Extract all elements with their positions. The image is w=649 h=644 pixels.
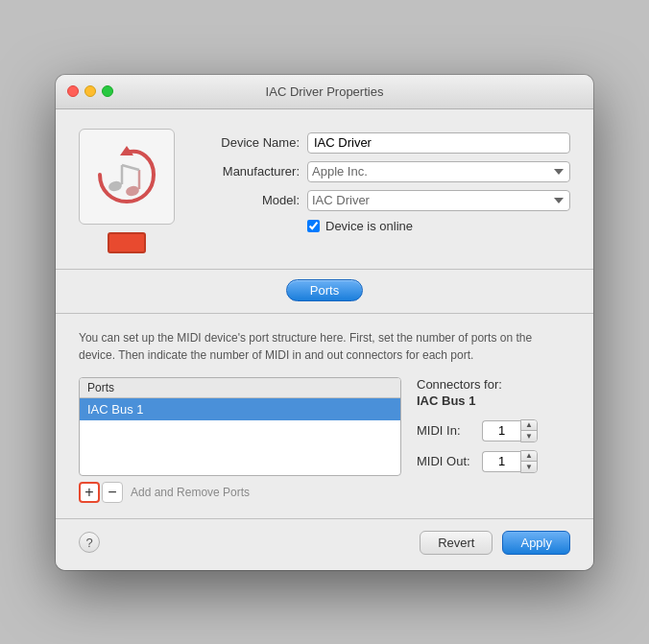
manufacturer-row: Manufacturer: Apple Inc. (194, 161, 570, 182)
device-icon-box (79, 129, 175, 225)
color-swatch[interactable] (108, 232, 146, 253)
svg-line-5 (122, 165, 139, 170)
svg-point-3 (125, 184, 140, 197)
ports-controls: + − Add and Remove Ports (79, 482, 401, 503)
device-name-row: Device Name: (194, 132, 570, 154)
music-icon (88, 138, 165, 215)
model-label: Model: (194, 193, 300, 207)
ports-list-header: Ports (80, 378, 400, 398)
port-item[interactable]: IAC Bus 1 (80, 398, 400, 420)
midi-in-stepper: ▲ ▼ (482, 419, 538, 442)
midi-out-down-button[interactable]: ▼ (521, 462, 537, 472)
midi-out-stepper: ▲ ▼ (482, 450, 538, 473)
ports-hint: Add and Remove Ports (131, 486, 250, 499)
revert-button[interactable]: Revert (420, 531, 493, 555)
midi-out-up-button[interactable]: ▲ (521, 451, 537, 462)
model-row: Model: IAC Driver (194, 190, 570, 211)
footer: ? Revert Apply (56, 518, 593, 570)
manufacturer-label: Manufacturer: (194, 164, 300, 179)
midi-in-stepper-buttons: ▲ ▼ (520, 419, 538, 442)
device-name-input[interactable] (307, 132, 570, 154)
remove-port-button[interactable]: − (102, 482, 123, 503)
zoom-button[interactable] (102, 85, 113, 97)
midi-in-label: MIDI In: (417, 423, 474, 438)
ports-connectors-row: Ports IAC Bus 1 + − Add and Remove Ports… (79, 377, 570, 503)
device-info-section: Device Name: Manufacturer: Apple Inc. Mo… (56, 109, 593, 270)
manufacturer-select[interactable]: Apple Inc. (307, 161, 570, 182)
model-select[interactable]: IAC Driver (307, 190, 570, 211)
ports-list-container: Ports IAC Bus 1 (79, 377, 401, 476)
title-bar: IAC Driver Properties (56, 75, 593, 109)
device-fields: Device Name: Manufacturer: Apple Inc. Mo… (194, 129, 570, 233)
bottom-section: You can set up the MIDI device's port st… (56, 314, 593, 518)
midi-in-row: MIDI In: ▲ ▼ (417, 419, 570, 442)
footer-buttons: Revert Apply (420, 531, 570, 555)
device-name-label: Device Name: (194, 135, 300, 150)
main-window: IAC Driver Properties (56, 75, 593, 570)
midi-out-label: MIDI Out: (417, 454, 474, 468)
add-port-button[interactable]: + (79, 482, 100, 503)
device-icon-area (79, 129, 175, 253)
midi-in-input[interactable] (482, 420, 520, 441)
midi-in-up-button[interactable]: ▲ (521, 420, 537, 431)
device-info-row: Device Name: Manufacturer: Apple Inc. Mo… (79, 129, 570, 253)
minimize-button[interactable] (84, 85, 96, 97)
traffic-lights (67, 85, 113, 97)
tabs-bar: Ports (56, 270, 593, 314)
device-online-label[interactable]: Device is online (325, 219, 413, 233)
midi-in-down-button[interactable]: ▼ (521, 431, 537, 441)
help-button[interactable]: ? (79, 532, 100, 553)
midi-out-stepper-buttons: ▲ ▼ (520, 450, 538, 473)
device-online-checkbox[interactable] (307, 220, 320, 232)
online-row: Device is online (194, 219, 570, 233)
ports-list-body: IAC Bus 1 (80, 398, 400, 475)
window-title: IAC Driver Properties (266, 84, 384, 99)
description-text: You can set up the MIDI device's port st… (79, 329, 570, 364)
apply-button[interactable]: Apply (502, 531, 570, 555)
connectors-title: Connectors for: (417, 377, 570, 392)
ports-tab[interactable]: Ports (286, 279, 363, 301)
svg-point-1 (108, 179, 123, 192)
midi-out-row: MIDI Out: ▲ ▼ (417, 450, 570, 473)
close-button[interactable] (67, 85, 79, 97)
connectors-subtitle: IAC Bus 1 (417, 394, 570, 408)
connectors-panel: Connectors for: IAC Bus 1 MIDI In: ▲ ▼ M… (417, 377, 570, 503)
midi-out-input[interactable] (482, 451, 520, 472)
ports-panel: Ports IAC Bus 1 + − Add and Remove Ports (79, 377, 401, 503)
